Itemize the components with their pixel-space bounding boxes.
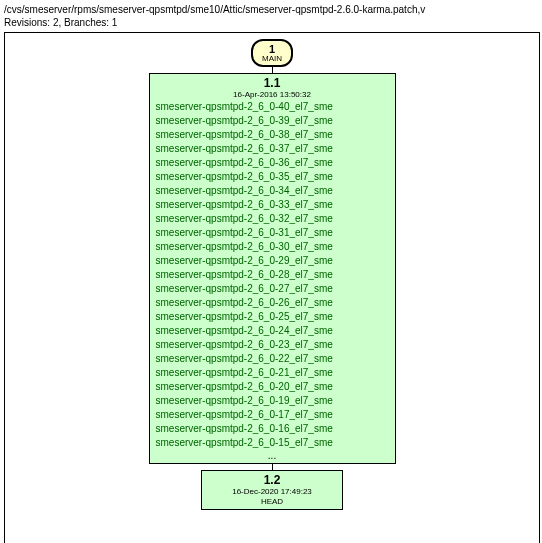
tag-item: smeserver-qpsmtpd-2_6_0-21_el7_sme (156, 366, 333, 380)
tag-item: smeserver-qpsmtpd-2_6_0-39_el7_sme (156, 114, 333, 128)
tag-item: smeserver-qpsmtpd-2_6_0-36_el7_sme (156, 156, 333, 170)
revision-version: 1.1 (264, 76, 281, 90)
revision-date: 16-Apr-2016 13:50:32 (233, 90, 311, 100)
tag-item: smeserver-qpsmtpd-2_6_0-23_el7_sme (156, 338, 333, 352)
tag-item: smeserver-qpsmtpd-2_6_0-40_el7_sme (156, 100, 333, 114)
tag-item: smeserver-qpsmtpd-2_6_0-31_el7_sme (156, 226, 333, 240)
tag-item: smeserver-qpsmtpd-2_6_0-35_el7_sme (156, 170, 333, 184)
tag-item: smeserver-qpsmtpd-2_6_0-17_el7_sme (156, 408, 333, 422)
branch-number: 1 (269, 44, 275, 55)
breadcrumb: /cvs/smeserver/rpms/smeserver-qpsmtpd/sm… (4, 4, 538, 15)
tag-item: smeserver-qpsmtpd-2_6_0-16_el7_sme (156, 422, 333, 436)
tag-item: smeserver-qpsmtpd-2_6_0-20_el7_sme (156, 380, 333, 394)
revisions-info: Revisions: 2, Branches: 1 (4, 17, 538, 28)
tag-item: smeserver-qpsmtpd-2_6_0-22_el7_sme (156, 352, 333, 366)
tag-item: smeserver-qpsmtpd-2_6_0-29_el7_sme (156, 254, 333, 268)
tag-item: smeserver-qpsmtpd-2_6_0-30_el7_sme (156, 240, 333, 254)
tag-item: smeserver-qpsmtpd-2_6_0-38_el7_sme (156, 128, 333, 142)
tag-item: smeserver-qpsmtpd-2_6_0-37_el7_sme (156, 142, 333, 156)
revision-version: 1.2 (264, 473, 281, 487)
revision-node-1[interactable]: 1.1 16-Apr-2016 13:50:32 smeserver-qpsmt… (149, 73, 396, 464)
tag-item: smeserver-qpsmtpd-2_6_0-19_el7_sme (156, 394, 333, 408)
tag-item: smeserver-qpsmtpd-2_6_0-33_el7_sme (156, 198, 333, 212)
revision-date: 16-Dec-2020 17:49:23 (232, 487, 312, 497)
tag-item: smeserver-qpsmtpd-2_6_0-26_el7_sme (156, 296, 333, 310)
tag-item: smeserver-qpsmtpd-2_6_0-24_el7_sme (156, 324, 333, 338)
tag-item: smeserver-qpsmtpd-2_6_0-34_el7_sme (156, 184, 333, 198)
tag-item: smeserver-qpsmtpd-2_6_0-25_el7_sme (156, 310, 333, 324)
graph-container: 1 MAIN 1.1 16-Apr-2016 13:50:32 smeserve… (4, 32, 540, 543)
revision-node-2[interactable]: 1.2 16-Dec-2020 17:49:23 HEAD (201, 470, 343, 510)
tag-item: smeserver-qpsmtpd-2_6_0-15_el7_sme (156, 436, 333, 450)
tag-item: smeserver-qpsmtpd-2_6_0-28_el7_sme (156, 268, 333, 282)
tag-list: smeserver-qpsmtpd-2_6_0-40_el7_sme smese… (150, 100, 395, 450)
branch-label: MAIN (262, 55, 282, 63)
revision-head: HEAD (261, 497, 283, 507)
tag-item: smeserver-qpsmtpd-2_6_0-32_el7_sme (156, 212, 333, 226)
branch-node[interactable]: 1 MAIN (251, 39, 293, 67)
ellipsis: ... (150, 450, 395, 461)
tag-item: smeserver-qpsmtpd-2_6_0-27_el7_sme (156, 282, 333, 296)
